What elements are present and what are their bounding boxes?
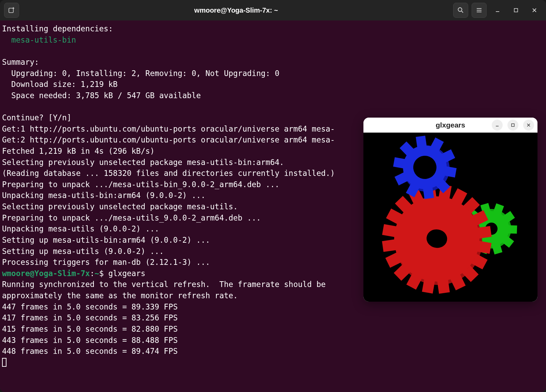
prompt-user: wmoore@Yoga-Slim-7x xyxy=(2,269,90,278)
term-line: approximately the same as the monitor re… xyxy=(2,291,238,300)
glxgears-canvas xyxy=(363,133,537,302)
maximize-icon xyxy=(513,7,519,13)
term-line: Setting up mesa-utils-bin:arm64 (9.0.0-2… xyxy=(2,236,210,244)
new-tab-icon xyxy=(8,7,15,14)
prompt-dollar: $ xyxy=(99,269,108,278)
term-line: Fetched 1,219 kB in 4s (296 kB/s) xyxy=(2,147,155,155)
svg-rect-9 xyxy=(514,9,518,12)
hamburger-icon xyxy=(476,7,483,14)
term-line: Running synchronized to the vertical ref… xyxy=(2,280,326,289)
term-line: 415 frames in 5.0 seconds = 82.880 FPS xyxy=(2,325,178,333)
window-title: wmoore@Yoga-Slim-7x: ~ xyxy=(23,6,450,14)
term-line: Installing dependencies: xyxy=(2,24,113,33)
close-button[interactable] xyxy=(527,3,542,18)
term-line: (Reading database ... 158320 files and d… xyxy=(2,169,335,178)
term-line: Upgrading: 0, Installing: 2, Removing: 0… xyxy=(11,69,279,78)
maximize-icon xyxy=(511,123,515,127)
prompt-path: ~ xyxy=(95,269,99,278)
term-line: 417 frames in 5.0 seconds = 83.256 FPS xyxy=(2,313,178,322)
term-line: Selecting previously unselected package … xyxy=(2,202,238,211)
minimize-icon xyxy=(495,7,500,13)
glx-close-button[interactable] xyxy=(523,120,534,131)
term-line: 447 frames in 5.0 seconds = 89.339 FPS xyxy=(2,302,178,311)
term-line: Preparing to unpack .../mesa-utils-bin_9… xyxy=(2,180,279,189)
menu-button[interactable] xyxy=(472,3,487,18)
glx-minimize-button[interactable] xyxy=(492,120,503,131)
term-line: Preparing to unpack .../mesa-utils_9.0.0… xyxy=(2,213,261,222)
term-line: Processing triggers for man-db (2.12.1-3… xyxy=(2,258,210,267)
term-line: Setting up mesa-utils (9.0.0-2) ... xyxy=(2,247,164,256)
svg-point-3 xyxy=(458,8,462,12)
search-icon xyxy=(457,7,464,14)
minimize-button[interactable] xyxy=(490,3,505,18)
term-line: Download size: 1,219 kB xyxy=(11,80,118,89)
terminal-titlebar: wmoore@Yoga-Slim-7x: ~ xyxy=(0,0,546,20)
minimize-icon xyxy=(495,123,499,127)
term-package: mesa-utils-bin xyxy=(11,35,76,44)
glxgears-window-controls xyxy=(492,120,534,131)
close-icon xyxy=(532,7,537,13)
term-line: 443 frames in 5.0 seconds = 88.488 FPS xyxy=(2,336,178,345)
prompt-command: glxgears xyxy=(109,269,145,278)
term-line: Unpacking mesa-utils (9.0.0-2) ... xyxy=(2,224,159,233)
term-line: 448 frames in 5.0 seconds = 89.474 FPS xyxy=(2,347,178,356)
term-line: Selecting previously unselected package … xyxy=(2,158,284,167)
term-line: Continue? [Y/n] xyxy=(2,113,71,122)
term-line: Get:1 http://ports.ubuntu.com/ubuntu-por… xyxy=(2,124,335,133)
term-line: Unpacking mesa-utils-bin:arm64 (9.0.0-2)… xyxy=(2,191,205,200)
close-icon xyxy=(527,123,531,127)
new-tab-button[interactable] xyxy=(4,3,19,18)
glxgears-title: glxgears xyxy=(436,121,465,129)
svg-line-4 xyxy=(462,11,463,13)
svg-rect-13 xyxy=(512,124,514,126)
maximize-button[interactable] xyxy=(508,3,523,18)
glx-maximize-button[interactable] xyxy=(507,120,518,131)
terminal-cursor xyxy=(2,358,6,367)
glxgears-titlebar: glxgears xyxy=(363,118,537,133)
term-line: Summary: xyxy=(2,58,39,66)
prompt-colon: : xyxy=(90,269,95,278)
gears-graphic xyxy=(363,133,537,302)
glxgears-window[interactable]: glxgears xyxy=(363,118,537,302)
term-line: Get:2 http://ports.ubuntu.com/ubuntu-por… xyxy=(2,135,335,144)
term-line: Space needed: 3,785 kB / 547 GB availabl… xyxy=(11,91,201,100)
svg-rect-0 xyxy=(9,8,13,13)
search-button[interactable] xyxy=(453,3,468,18)
